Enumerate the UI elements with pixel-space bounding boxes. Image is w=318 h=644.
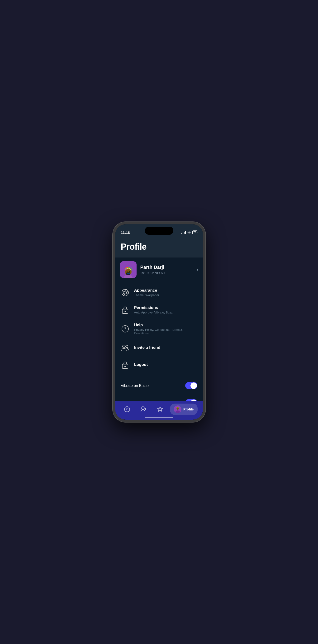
battery-icon: 73 (192, 230, 197, 234)
svg-rect-27 (126, 410, 127, 410)
camera-aperture-icon (121, 288, 129, 297)
profile-nav-label: Profile (183, 407, 194, 411)
chat-icon (124, 406, 130, 412)
svg-line-13 (127, 293, 128, 294)
appearance-subtitle: Theme, Wallpaper (134, 293, 197, 297)
nav-item-add-contact[interactable] (137, 404, 150, 414)
svg-point-10 (124, 291, 127, 294)
profile-name: Parth Darji (140, 264, 193, 270)
nav-item-star[interactable] (153, 404, 167, 414)
svg-rect-24 (124, 366, 126, 367)
help-circle-icon: ? (121, 324, 129, 333)
phone-frame: 11:18 73 Profile (113, 222, 205, 422)
signal-bars-icon (182, 231, 186, 234)
chevron-right-icon: › (197, 267, 198, 272)
status-time: 11:18 (121, 230, 130, 234)
avatar (120, 261, 136, 278)
svg-point-9 (122, 289, 128, 296)
logout-title: Logout (134, 362, 197, 367)
vibrate-toggle-row: Vibrate on Buzzz (121, 377, 197, 394)
svg-rect-8 (127, 273, 130, 274)
nav-item-chat[interactable] (120, 404, 134, 414)
profile-info: Parth Darji +91 9925709977 (140, 264, 193, 275)
menu-item-help[interactable]: ? Help Privacy Policy, Contact us, Terms… (115, 318, 203, 339)
dynamic-island (145, 227, 173, 235)
svg-line-15 (122, 293, 124, 294)
svg-point-21 (122, 345, 125, 348)
svg-marker-31 (157, 407, 163, 412)
menu-item-invite[interactable]: Invite a friend (115, 339, 203, 356)
menu-item-permissions[interactable]: Permissions Auto Approve, Vibrate, Buzz (115, 301, 203, 318)
svg-point-18 (124, 310, 126, 312)
help-title: Help (134, 323, 197, 328)
header-section: Profile (115, 237, 203, 258)
appearance-text: Appearance Theme, Wallpaper (134, 288, 197, 297)
wifi-icon (187, 231, 191, 234)
vibrate-label: Vibrate on Buzzz (121, 384, 150, 388)
users-icon (121, 344, 129, 352)
permissions-subtitle: Auto Approve, Vibrate, Buzz (134, 310, 197, 314)
permissions-text: Permissions Auto Approve, Vibrate, Buzz (134, 306, 197, 314)
svg-text:?: ? (124, 327, 126, 331)
nav-item-profile[interactable]: Profile (170, 404, 198, 415)
appearance-title: Appearance (134, 288, 197, 293)
profile-phone: +91 9925709977 (140, 271, 193, 275)
double-tap-toggle-row: Double tap to Buzzz in chat (121, 394, 197, 401)
content-area: Profile (115, 237, 203, 401)
invite-title: Invite a friend (134, 345, 197, 350)
add-user-icon (140, 406, 147, 412)
svg-rect-26 (126, 408, 128, 409)
profile-card[interactable]: Parth Darji +91 9925709977 › (115, 258, 203, 282)
svg-point-4 (127, 271, 127, 272)
help-subtitle: Privacy Policy, Contact us, Terms & Cond… (134, 328, 197, 335)
toggle-section: Vibrate on Buzzz Double tap to Buzzz in … (115, 377, 203, 401)
logout-text: Logout (134, 362, 197, 368)
menu-item-logout[interactable]: Logout (115, 356, 203, 374)
svg-point-28 (141, 407, 144, 410)
menu-section: Appearance Theme, Wallpaper Permissions … (115, 282, 203, 375)
profile-avatar-nav-icon (174, 406, 182, 413)
invite-text: Invite a friend (134, 345, 197, 350)
page-title: Profile (121, 242, 197, 252)
svg-line-16 (122, 291, 124, 292)
lock-icon (121, 306, 129, 314)
help-text: Help Privacy Policy, Contact us, Terms &… (134, 323, 197, 335)
battery-level: 73 (193, 231, 196, 234)
status-icons: 73 (182, 230, 197, 234)
star-icon (157, 406, 164, 412)
svg-point-22 (126, 345, 128, 348)
permissions-title: Permissions (134, 306, 197, 310)
svg-line-12 (127, 291, 128, 292)
logout-icon (121, 361, 129, 369)
svg-point-5 (129, 271, 130, 272)
double-tap-toggle[interactable] (185, 399, 197, 401)
home-indicator (145, 417, 173, 418)
menu-item-appearance[interactable]: Appearance Theme, Wallpaper (115, 284, 203, 301)
vibrate-toggle[interactable] (185, 382, 197, 389)
svg-point-25 (124, 407, 130, 412)
